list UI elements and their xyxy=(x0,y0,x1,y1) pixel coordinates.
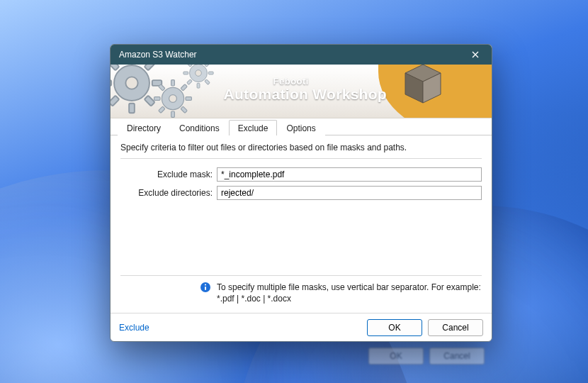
svg-point-1 xyxy=(125,77,137,89)
svg-rect-28 xyxy=(187,65,192,67)
svg-rect-23 xyxy=(197,83,200,88)
ok-button[interactable]: OK xyxy=(367,319,422,336)
titlebar[interactable]: Amazon S3 Watcher xyxy=(111,45,492,65)
ghost-ok-button: OK xyxy=(368,348,424,365)
svg-rect-13 xyxy=(171,111,175,117)
tab-directory[interactable]: Directory xyxy=(118,120,170,135)
svg-rect-14 xyxy=(154,97,160,101)
tab-strip: Directory Conditions Exclude Options xyxy=(111,118,492,135)
branding: Febooti Automation Workshop xyxy=(224,76,387,102)
hint-text: To specify multiple file masks, use vert… xyxy=(217,282,481,304)
svg-rect-29 xyxy=(205,79,210,84)
exclude-mask-row: Exclude mask: xyxy=(120,167,482,182)
exclude-mask-label: Exclude mask: xyxy=(120,170,213,179)
svg-rect-8 xyxy=(111,65,119,70)
tab-conditions[interactable]: Conditions xyxy=(170,120,229,135)
svg-rect-24 xyxy=(183,72,188,74)
banner: Febooti Automation Workshop xyxy=(111,65,492,118)
svg-rect-27 xyxy=(187,79,192,84)
dialog-footer: Exclude OK Cancel xyxy=(111,313,492,341)
help-link[interactable]: Exclude xyxy=(119,323,149,333)
exclude-dirs-input[interactable] xyxy=(217,186,482,200)
dialog-window: Amazon S3 Watcher Febooti Automation Wor… xyxy=(110,44,492,342)
brand-small: Febooti xyxy=(273,76,387,87)
hint-line-1: To specify multiple file masks, use vert… xyxy=(217,282,481,293)
brand-big: Automation Workshop xyxy=(224,87,387,102)
spacer xyxy=(120,204,482,275)
svg-rect-4 xyxy=(111,80,111,86)
window-title: Amazon S3 Watcher xyxy=(119,50,463,60)
cancel-button[interactable]: Cancel xyxy=(428,319,483,336)
background-dialog-footer: OK Cancel xyxy=(368,348,485,365)
svg-point-21 xyxy=(196,70,202,77)
svg-rect-18 xyxy=(159,84,165,91)
exclude-dirs-label: Exclude directories: xyxy=(120,188,213,198)
svg-rect-12 xyxy=(171,80,175,86)
svg-point-35 xyxy=(205,284,206,285)
svg-rect-6 xyxy=(145,65,155,70)
svg-rect-25 xyxy=(208,72,213,74)
svg-rect-7 xyxy=(111,96,119,106)
close-button[interactable] xyxy=(463,47,487,62)
gear-icon xyxy=(181,65,215,90)
tab-exclude[interactable]: Exclude xyxy=(229,120,278,135)
hint-line-2: *.pdf | *.doc | *.docx xyxy=(217,293,481,304)
svg-rect-3 xyxy=(129,104,135,113)
exclude-mask-input[interactable] xyxy=(217,167,482,182)
cube-icon xyxy=(398,65,448,112)
ghost-cancel-button: Cancel xyxy=(429,348,485,365)
svg-rect-34 xyxy=(205,287,206,290)
hint: To specify multiple file masks, use vert… xyxy=(120,275,482,309)
info-icon xyxy=(200,282,211,293)
svg-rect-26 xyxy=(205,65,210,67)
svg-point-11 xyxy=(169,95,177,103)
tab-content: Specify criteria to filter out files or … xyxy=(111,135,492,313)
instruction-text: Specify criteria to filter out files or … xyxy=(120,143,482,159)
svg-rect-19 xyxy=(181,106,187,113)
exclude-dirs-row: Exclude directories: xyxy=(120,186,482,200)
svg-rect-15 xyxy=(186,97,191,101)
tab-options[interactable]: Options xyxy=(277,120,324,135)
close-icon xyxy=(472,51,479,58)
svg-rect-17 xyxy=(159,106,165,113)
